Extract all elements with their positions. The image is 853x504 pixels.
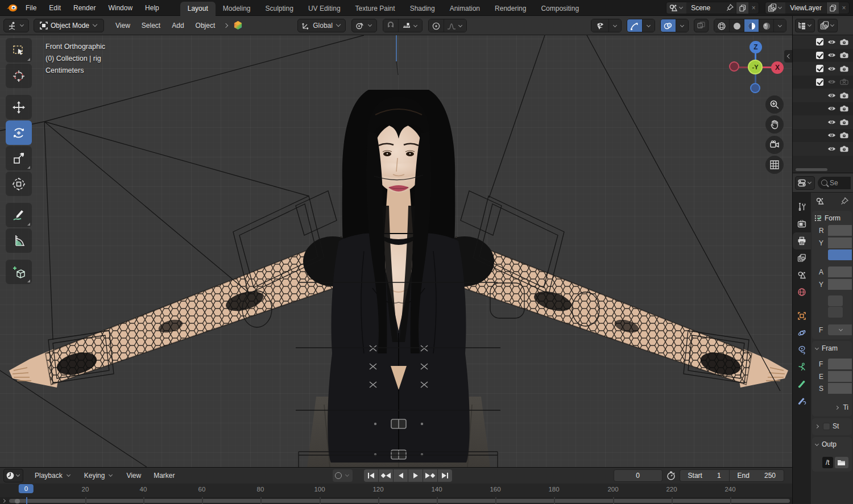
properties-editor-type-button[interactable] (795, 176, 815, 190)
eye-icon[interactable] (827, 132, 836, 138)
tool-select-box[interactable] (6, 38, 32, 63)
jump-to-end-button[interactable] (438, 469, 452, 482)
pan-button[interactable] (765, 115, 784, 134)
tab-compositing[interactable]: Compositing (533, 2, 586, 16)
menu-help[interactable]: Help (139, 0, 165, 15)
shading-solid-button[interactable] (729, 19, 744, 32)
frame-range-panel-header[interactable]: Fram (812, 343, 852, 354)
menu-edit[interactable]: Edit (43, 0, 67, 15)
viewlayer-new-copy-button[interactable] (826, 2, 839, 14)
gizmo-dropdown-arrow[interactable] (642, 19, 655, 32)
camera-icon[interactable] (840, 119, 848, 126)
resolution-x-field[interactable] (828, 225, 852, 236)
play-reverse-button[interactable] (394, 469, 408, 482)
eye-icon[interactable] (827, 79, 836, 85)
eye-icon[interactable] (827, 93, 836, 98)
tab-sculpting[interactable]: Sculpting (258, 2, 301, 16)
frame-step-field[interactable] (828, 383, 852, 394)
shading-material-button[interactable] (744, 19, 759, 32)
tab-shading[interactable]: Shading (403, 2, 442, 16)
show-object-types-button[interactable] (591, 19, 608, 32)
gizmo-axis-minus-z[interactable] (750, 83, 760, 93)
camera-view-button[interactable] (765, 136, 784, 154)
eye-icon[interactable] (827, 52, 836, 58)
scene-new-copy-button[interactable] (736, 2, 748, 14)
properties-tab-scene[interactable] (793, 266, 811, 284)
time-stretching-panel-header[interactable]: Ti (812, 401, 852, 414)
pin-icon[interactable] (840, 197, 848, 205)
menu-marker[interactable]: Marker (148, 469, 180, 482)
tool-move[interactable] (6, 95, 32, 119)
outliner-row[interactable] (793, 102, 853, 116)
properties-tab-object[interactable] (793, 307, 811, 324)
show-gizmo-toggle[interactable] (627, 19, 642, 32)
prev-keyframe-button[interactable] (379, 469, 393, 482)
frame-rate-dropdown[interactable] (828, 324, 852, 335)
zoom-button[interactable] (765, 95, 784, 114)
menu-view-timeline[interactable]: View (121, 469, 147, 482)
selectability-checkbox[interactable] (816, 52, 823, 59)
viewport-3d[interactable]: Front Orthographic (0) Collection | rig … (0, 35, 792, 467)
properties-tab-constraints[interactable] (793, 341, 811, 359)
eye-icon[interactable] (827, 39, 836, 45)
outliner-row[interactable] (793, 49, 853, 63)
transform-orientation-dropdown[interactable]: Global (297, 19, 346, 32)
frame-start-field[interactable] (828, 359, 852, 369)
eye-icon[interactable] (827, 146, 836, 152)
xray-toggle[interactable] (694, 19, 709, 32)
camera-icon[interactable] (840, 132, 848, 139)
aspect-y-field[interactable] (828, 279, 852, 290)
shading-dropdown-arrow[interactable] (773, 19, 786, 32)
tool-scale[interactable] (6, 146, 32, 170)
gizmo-axis-minus-x[interactable] (729, 61, 739, 72)
outliner-row[interactable] (793, 62, 853, 76)
properties-tab-tool[interactable] (793, 198, 811, 215)
start-frame-field[interactable]: Start 1 (680, 470, 729, 481)
output-path-field[interactable]: /t (822, 457, 833, 468)
properties-tab-bone-constraint[interactable] (793, 393, 811, 410)
show-overlays-toggle[interactable] (661, 19, 676, 32)
visibility-dropdown-arrow[interactable] (608, 19, 621, 32)
tab-uv-editing[interactable]: UV Editing (301, 2, 348, 16)
tab-layout[interactable]: Layout (180, 2, 216, 16)
tool-cursor[interactable] (6, 64, 32, 88)
tool-add-cube[interactable] (6, 260, 32, 284)
current-frame-indicator[interactable]: 0 (19, 484, 34, 493)
camera-icon[interactable] (840, 105, 848, 112)
tool-annotate[interactable] (6, 203, 32, 227)
auto-key-dropdown[interactable] (345, 473, 349, 477)
outliner-row[interactable] (793, 76, 853, 89)
menu-view[interactable]: View (110, 19, 136, 32)
camera-icon[interactable] (840, 92, 848, 99)
aspect-x-field[interactable] (828, 266, 852, 277)
properties-tab-render[interactable] (793, 215, 811, 232)
viewlayer-remove-button[interactable]: × (839, 4, 849, 12)
properties-tab-bone[interactable] (793, 376, 811, 393)
format-panel-header[interactable]: Form (812, 213, 852, 224)
auto-key-toggle[interactable] (335, 472, 342, 479)
camera-icon[interactable] (840, 52, 848, 59)
proportional-edit-toggle[interactable] (429, 19, 444, 32)
camera-icon[interactable] (840, 145, 848, 152)
current-frame-field[interactable]: 0 (614, 469, 662, 482)
tool-measure[interactable] (6, 228, 32, 253)
frame-end-field[interactable] (828, 371, 852, 382)
outliner-row[interactable] (793, 129, 853, 143)
timeline-scrollbar-handle[interactable] (15, 499, 20, 503)
overlays-dropdown-arrow[interactable] (676, 19, 688, 32)
sidebar-toggle-arrow[interactable] (784, 50, 792, 63)
properties-tab-view-layer[interactable] (793, 249, 811, 266)
snap-target-dropdown[interactable] (398, 19, 422, 32)
ortho-perspective-toggle[interactable] (765, 156, 784, 174)
navigation-gizmo[interactable]: Z X -Y (729, 41, 784, 95)
selectability-checkbox[interactable] (816, 38, 823, 45)
scene-name[interactable]: Scene (686, 4, 726, 12)
resolution-percent-field[interactable] (828, 249, 852, 260)
menu-add[interactable]: Add (166, 19, 189, 32)
outliner-display-mode-button[interactable] (818, 19, 838, 32)
scene-browse-button[interactable] (666, 2, 686, 14)
eye-icon[interactable] (827, 119, 836, 125)
outliner-row[interactable] (793, 115, 853, 129)
end-frame-field[interactable]: End 250 (729, 470, 784, 481)
menu-window[interactable]: Window (102, 0, 139, 15)
